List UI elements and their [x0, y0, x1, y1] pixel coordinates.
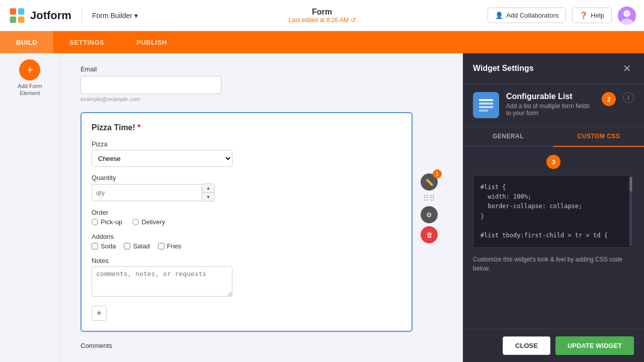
nav-tab-settings[interactable]: SETTINGS	[53, 31, 120, 53]
header-right: 👤 Add Collaborators ❓ Help	[488, 7, 636, 25]
css-editor-area: 3 #list { width: 100%; border-collapse: …	[463, 147, 644, 329]
widget-edit-button[interactable]: 1 ✏️	[421, 173, 438, 191]
header: Jotform Form Builder ▾ Form Last edited …	[0, 0, 644, 31]
form-builder-button[interactable]: Form Builder ▾	[92, 12, 138, 20]
pizza-row: Pizza Cheese Pepperoni Veggie	[92, 140, 401, 167]
widget-info-name: Configurable List	[506, 92, 595, 101]
widget-icon-box	[473, 92, 499, 118]
header-divider	[82, 8, 82, 24]
quantity-input-wrap: ▲ ▼	[92, 184, 401, 202]
jotform-logo-icon	[8, 7, 26, 25]
svg-rect-4	[18, 16, 25, 23]
email-field-group: Email example@example.com	[80, 65, 443, 102]
help-button[interactable]: ❓ Help	[572, 8, 612, 23]
quantity-row: Quantity ▲ ▼	[92, 174, 401, 202]
code-scrollthumb	[629, 176, 632, 192]
main-layout: + Add FormElement Email example@example.…	[0, 53, 644, 362]
order-delivery: Delivery	[132, 218, 165, 226]
collab-label: Add Collaborators	[506, 12, 558, 19]
order-radio-group: Pick-up Delivery	[92, 218, 401, 226]
tab-general[interactable]: GENERAL	[463, 127, 553, 147]
chevron-down-icon: ▾	[134, 12, 138, 20]
widget-delete-button[interactable]: 🗑	[421, 226, 438, 243]
css-code-text[interactable]: #list { width: 100%; border-collapse: co…	[480, 183, 626, 240]
edit-icon: ✏️	[425, 178, 434, 186]
addons-label: Addons	[92, 233, 401, 240]
widget-settings-panel: Widget Settings ✕ Configurable List Add …	[463, 53, 644, 362]
order-delivery-radio[interactable]	[132, 219, 139, 225]
close-button[interactable]: CLOSE	[503, 336, 550, 355]
header-center: Form Last edited at 8:26 AM ↺	[288, 8, 355, 24]
person-icon: 👤	[495, 12, 503, 19]
form-last-edited: Last edited at 8:26 AM	[288, 17, 348, 24]
order-label: Order	[92, 209, 401, 216]
addons-checkbox-group: Soda Salad Fries	[92, 242, 401, 250]
panel-header: Widget Settings ✕	[463, 53, 644, 84]
email-label: Email	[80, 65, 443, 73]
addon-fries-check[interactable]	[158, 243, 165, 249]
svg-rect-11	[479, 110, 488, 112]
addon-salad-label: Salad	[133, 242, 149, 250]
addon-salad-check[interactable]	[124, 243, 130, 249]
comments-field-group: Comments	[80, 342, 443, 349]
svg-rect-10	[479, 106, 493, 108]
header-left: Jotform Form Builder ▾	[8, 7, 138, 25]
logo-text: Jotform	[30, 9, 71, 22]
quantity-spin-down[interactable]: ▼	[202, 193, 214, 201]
widget-container: Pizza Time! * Pizza Cheese Pepperoni Veg…	[80, 112, 413, 332]
addon-fries-label: Fries	[167, 242, 182, 250]
notes-textarea[interactable]	[92, 266, 232, 297]
add-row-button[interactable]: +	[92, 306, 107, 321]
addon-soda-check[interactable]	[92, 243, 98, 249]
panel-close-button[interactable]: ✕	[620, 61, 634, 75]
quantity-spin-up[interactable]: ▲	[202, 184, 214, 193]
update-widget-button[interactable]: UPDATE WIDGET	[555, 336, 634, 355]
step2-badge-wrap: 2	[602, 92, 616, 106]
svg-rect-2	[18, 8, 25, 15]
nav-tab-build[interactable]: BUILD	[0, 31, 53, 53]
tab-custom-css[interactable]: CUSTOM CSS	[553, 127, 644, 147]
logo: Jotform	[8, 7, 71, 25]
form-canvas: Email example@example.com Pizza Time! * …	[60, 53, 463, 362]
add-form-label: Add FormElement	[18, 82, 42, 97]
order-pickup-label: Pick-up	[101, 218, 122, 226]
addons-row: Addons Soda Salad Fries	[92, 233, 401, 250]
avatar-img	[618, 7, 636, 25]
num-badge-1: 1	[433, 169, 442, 178]
addon-salad: Salad	[124, 242, 149, 250]
panel-widget-info: Configurable List Add a list of multiple…	[463, 84, 644, 127]
nav-tab-publish[interactable]: PUBLISH	[120, 31, 183, 53]
sidebar: + Add FormElement	[0, 53, 60, 362]
svg-rect-8	[479, 99, 493, 101]
add-collaborators-button[interactable]: 👤 Add Collaborators	[488, 8, 566, 23]
code-scrollbar[interactable]	[629, 176, 632, 246]
order-delivery-label: Delivery	[141, 218, 165, 226]
order-pickup-radio[interactable]	[92, 219, 98, 225]
nav-bar: BUILD SETTINGS PUBLISH	[0, 31, 644, 53]
add-form-element-button[interactable]: + Add FormElement	[18, 59, 42, 97]
info-icon[interactable]: i	[623, 92, 634, 103]
panel-title: Widget Settings	[473, 64, 534, 73]
css-code-block: #list { width: 100%; border-collapse: co…	[473, 175, 634, 248]
panel-footer: CLOSE UPDATE WIDGET	[463, 329, 644, 362]
svg-rect-9	[479, 103, 493, 105]
form-subtitle: Last edited at 8:26 AM ↺	[288, 17, 355, 24]
widget-title: Pizza Time! *	[92, 123, 401, 132]
email-placeholder-text: example@example.com	[80, 96, 443, 102]
quantity-input[interactable]	[92, 184, 202, 201]
trash-icon: 🗑	[426, 231, 433, 239]
help-label: Help	[591, 12, 604, 19]
widget-settings-button[interactable]: ⚙	[421, 206, 438, 223]
order-row: Order Pick-up Delivery	[92, 209, 401, 226]
step3-badge-wrap: 3	[473, 155, 634, 169]
configurable-list-icon	[478, 97, 494, 113]
pizza-select[interactable]: Cheese Pepperoni Veggie	[92, 150, 232, 167]
drag-handle[interactable]: ⠿⠿	[421, 194, 438, 203]
css-hint: Customize this widget's look & feel by a…	[473, 255, 634, 273]
step2-badge: 2	[602, 92, 616, 106]
user-avatar[interactable]	[618, 7, 636, 25]
email-input[interactable]	[80, 76, 221, 94]
svg-point-6	[623, 10, 630, 17]
quantity-spinners: ▲ ▼	[202, 184, 215, 202]
svg-rect-1	[10, 8, 17, 15]
